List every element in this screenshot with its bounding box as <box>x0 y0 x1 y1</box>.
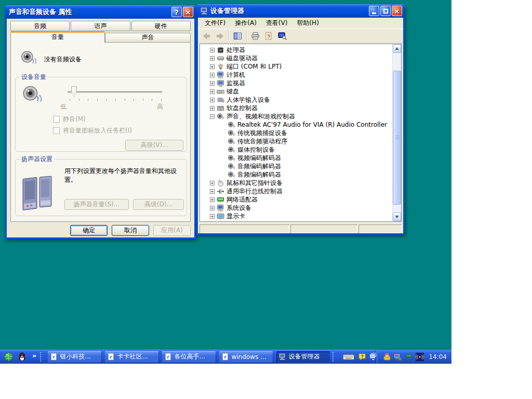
tree-item[interactable]: 音频编码解码器 <box>200 170 392 179</box>
tree-item-label[interactable]: 显示卡 <box>227 212 245 221</box>
expand-icon[interactable]: + <box>210 64 215 69</box>
tree-item-label[interactable]: 媒体控制设备 <box>237 145 275 154</box>
taskbar-icon-checkbox[interactable]: 将音量图标放入任务栏(I) <box>53 126 132 135</box>
tree-item-label[interactable]: 鼠标和其它指针设备 <box>227 179 283 188</box>
tree-item[interactable]: +处理器 <box>200 46 392 54</box>
tree-item-label[interactable]: 系统设备 <box>227 204 251 212</box>
tree-item[interactable]: +监视器 <box>200 79 392 87</box>
mute-checkbox-box[interactable] <box>53 116 60 123</box>
maximize-icon[interactable] <box>380 6 391 16</box>
tree-item-label[interactable]: 音频编码解码器 <box>237 170 281 179</box>
messenger-doll-icon[interactable] <box>383 353 391 361</box>
tab-语声[interactable]: 语声 <box>71 21 130 31</box>
tree-item-label[interactable]: 监视器 <box>227 79 245 88</box>
speaker-advanced-button[interactable]: 高级(D)... <box>133 199 184 210</box>
expand-icon[interactable]: + <box>210 106 215 111</box>
tree-item[interactable]: +计算机 <box>200 71 392 79</box>
tree-item[interactable]: Realtek AC'97 Audio for VIA (R) Audio Co… <box>200 121 392 129</box>
tree-item[interactable]: −声音、视频和游戏控制器 <box>200 112 392 121</box>
tree-item-label[interactable]: 计算机 <box>227 71 245 79</box>
close-icon[interactable]: × <box>183 7 193 17</box>
expand-icon[interactable]: + <box>210 48 215 52</box>
device-manager-titlebar[interactable]: 设备管理器 × <box>196 4 405 18</box>
help-icon[interactable]: ? <box>171 7 182 17</box>
tab-声音[interactable]: 声音 <box>105 33 191 42</box>
tab-硬件[interactable]: 硬件 <box>131 21 191 31</box>
expand-icon[interactable]: + <box>210 73 215 77</box>
speaker-volume-button[interactable]: 扬声器音量(S)... <box>64 199 129 210</box>
keyboard-icon[interactable] <box>343 353 354 361</box>
collapse-icon[interactable]: − <box>210 114 215 119</box>
tab-音频[interactable]: 音频 <box>10 21 70 31</box>
tree-item[interactable]: +通用串行总线控制器 <box>200 187 392 195</box>
menu-item-帮助(H)[interactable]: 帮助(H) <box>292 18 323 29</box>
minimize-icon[interactable] <box>369 6 379 16</box>
tree-item[interactable]: +磁盘驱动器 <box>200 54 392 62</box>
tree-item[interactable]: 传统音频驱动程序 <box>200 137 392 145</box>
tree-item-label[interactable]: Realtek AC'97 Audio for VIA (R) Audio Co… <box>237 121 387 128</box>
scrollbar-thumb[interactable] <box>393 71 401 205</box>
tree-item-label[interactable]: 传统音频驱动程序 <box>237 137 287 146</box>
tree-item[interactable]: +系统设备 <box>200 204 392 212</box>
tree-item[interactable]: 视频编码解码器 <box>200 154 392 162</box>
apply-button[interactable]: 应用(A) <box>153 225 191 236</box>
tree-item-label[interactable]: 处理器 <box>227 46 245 55</box>
expand-icon[interactable]: + <box>210 89 215 94</box>
radio-waves-icon[interactable] <box>416 353 424 361</box>
scroll-down-icon[interactable] <box>393 212 401 221</box>
tree-item-label[interactable]: 视频编码解码器 <box>237 154 281 163</box>
device-tree[interactable]: +处理器+磁盘驱动器+端口 (COM 和 LPT)+计算机+监视器+键盘+人体学… <box>200 44 402 222</box>
volume-slider-thumb[interactable] <box>71 86 77 97</box>
tree-item-label[interactable]: 磁盘驱动器 <box>227 54 258 63</box>
tab-音量[interactable]: 音量 <box>10 31 105 43</box>
help-doc-icon[interactable]: ? <box>262 30 275 42</box>
tree-item[interactable]: 传统视频捕捉设备 <box>200 129 392 137</box>
tree-item-label[interactable]: 声音、视频和游戏控制器 <box>227 112 295 121</box>
expand-icon[interactable]: + <box>210 98 215 102</box>
scan-hardware-icon[interactable] <box>276 30 289 42</box>
close-icon[interactable]: × <box>392 6 402 16</box>
desktop[interactable]: 声音和音频设备 属性 ? × 音频语声硬件 音量声音 没有音频设备 设备音量 <box>0 0 451 364</box>
qq-icon[interactable] <box>17 352 27 362</box>
expand-icon[interactable]: + <box>210 81 215 86</box>
tree-item[interactable]: 音频编码解码器 <box>200 162 392 170</box>
tree-item[interactable]: 媒体控制设备 <box>200 145 392 154</box>
tree-item[interactable]: +键盘 <box>200 87 392 96</box>
quick-launch-overflow-chevron[interactable]: » <box>32 352 36 360</box>
task-button-设备管理器[interactable]: 设备管理器 <box>276 351 330 363</box>
internet-globe-icon[interactable] <box>4 352 14 362</box>
taskbar-icon-checkbox-box[interactable] <box>53 127 60 134</box>
volume-advanced-button[interactable]: 高级(V)... <box>125 140 183 151</box>
vertical-scrollbar[interactable] <box>392 44 401 221</box>
taskbar-separator[interactable] <box>40 352 43 362</box>
tree-item-label[interactable]: 音频编码解码器 <box>237 162 281 171</box>
print-icon[interactable] <box>249 30 262 42</box>
volume-slider-track[interactable] <box>68 91 162 92</box>
tree-item-label[interactable]: 端口 (COM 和 LPT) <box>227 62 282 71</box>
menu-item-查看(V)[interactable]: 查看(V) <box>261 18 292 29</box>
umbrella-icon[interactable] <box>405 353 413 361</box>
expand-icon[interactable]: + <box>210 206 215 210</box>
expand-icon[interactable]: + <box>210 197 215 202</box>
console-tree-icon[interactable] <box>231 30 244 42</box>
language-options-icon[interactable] <box>370 353 377 361</box>
clock[interactable]: 14:04 <box>429 353 447 361</box>
cancel-button[interactable]: 取消 <box>112 225 149 236</box>
task-button-windows ...[interactable]: ewindows ... <box>219 351 273 363</box>
task-button-链小科技...[interactable]: e链小科技... <box>48 351 101 363</box>
expand-icon[interactable]: + <box>210 181 215 185</box>
tree-item[interactable]: +网络适配器 <box>200 195 392 204</box>
tree-item-label[interactable]: 软盘控制器 <box>227 104 258 113</box>
taskbar-separator[interactable] <box>332 352 335 362</box>
tree-item[interactable]: +鼠标和其它指针设备 <box>200 179 392 187</box>
tree-item-label[interactable]: 网络适配器 <box>227 195 258 204</box>
expand-icon[interactable]: + <box>210 214 215 219</box>
tree-item[interactable]: +端口 (COM 和 LPT) <box>200 62 392 71</box>
scroll-up-icon[interactable] <box>393 44 401 53</box>
expand-icon[interactable]: + <box>210 189 215 194</box>
task-button-各位高手...[interactable]: e各位高手... <box>162 351 216 363</box>
ok-button[interactable]: 确定 <box>70 225 108 236</box>
help-bubble-icon[interactable]: ? <box>358 353 366 361</box>
sound-dialog-titlebar[interactable]: 声音和音频设备 属性 ? × <box>5 5 196 19</box>
menu-item-文件(F)[interactable]: 文件(F) <box>200 18 230 29</box>
